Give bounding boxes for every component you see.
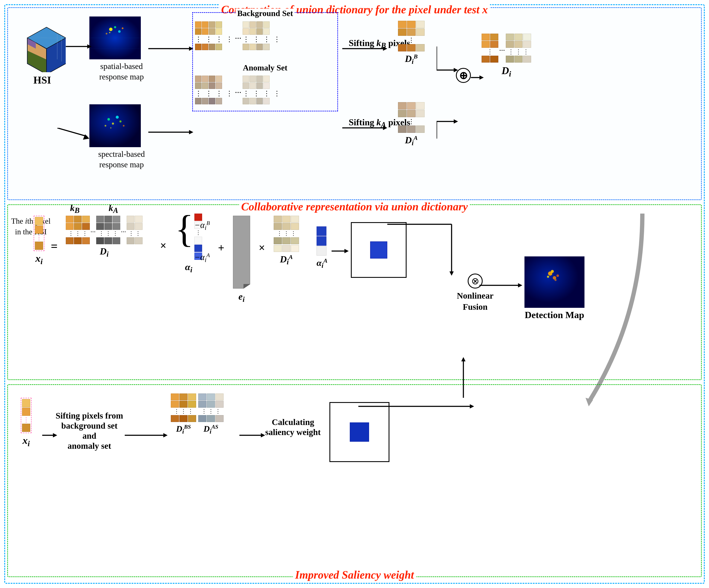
arrow-saliency-to-otimes [358,391,474,409]
svg-point-26 [116,116,119,119]
detection-blue-square [370,242,387,258]
svg-marker-59 [518,283,522,287]
ei-arrow-svg [233,216,250,288]
svg-point-67 [554,279,557,281]
di-bs-as-container: ⋮ ⋮ ⋮ DiBS [171,393,224,435]
svg-rect-61 [524,256,584,308]
saliency-box [330,402,389,462]
plus-icon: ⊕ [456,68,471,83]
ai-a-vector: αiA [317,226,327,270]
svg-marker-45 [454,68,458,72]
detection-map-image [524,256,584,308]
arrow-spectral-anomaly [148,128,193,136]
svg-marker-52 [244,284,250,288]
spectral-map-container: spectral-basedresponse map [89,104,154,170]
arrow-anomaly-sifting [342,123,387,132]
ei-vector: ei [233,216,250,304]
arrow-plus-di [471,74,484,81]
alpha-i-vector: { ⋮ −αiB −αiA [175,214,202,274]
di-final-container: ⋮ ... [481,34,531,78]
svg-point-29 [123,125,125,127]
svg-point-24 [107,118,110,120]
svg-marker-32 [87,44,91,49]
xi-vector-mid: ⋮ xi [34,216,44,266]
top-section: Construction of union dictionary for the… [7,7,702,200]
svg-marker-72 [53,433,57,438]
svg-point-16 [118,30,121,33]
plus-circle: ⊕ [456,68,471,83]
di-a-top-container: ⋮ DiA [398,102,425,147]
svg-marker-48 [454,119,458,123]
plus-sign-mid: + [218,242,225,254]
svg-marker-76 [261,433,265,438]
arrow-hsi-spatial [66,42,91,51]
arrow-hsi-spectral [57,128,91,141]
anomaly-set-matrices: ⋮ ⋮ ⋮ ⋮ ... [195,76,335,104]
svg-marker-42 [383,126,387,130]
svg-point-64 [551,270,554,273]
di-b-container: ⋮ DiB [398,21,425,65]
arrow-sq-to-fusion [385,222,454,276]
svg-marker-74 [163,433,167,438]
hsi-label: HSI [19,74,66,86]
arrow-spatial-bgset [148,44,193,53]
svg-point-15 [114,26,116,28]
svg-marker-36 [189,47,193,51]
arrow-dia-plus [437,119,458,141]
anomaly-set-title: Anomaly Set [195,63,335,73]
svg-point-14 [109,28,112,31]
di-a-mid-matrix: ⋮ ⋮ ⋮ DiA [274,216,299,266]
spectral-label: spectral-basedresponse map [89,149,154,170]
svg-point-18 [122,27,124,29]
svg-marker-50 [479,76,484,80]
arrow-dib-plus [437,44,458,79]
pixel-ith-label: The ith pixelin the HSI [11,216,51,237]
svg-point-28 [120,120,122,122]
svg-marker-78 [470,404,474,409]
svg-point-66 [547,276,549,278]
xi-bottom: ⋮ xi [21,398,31,448]
svg-point-27 [105,125,106,127]
detection-map-label: Detection Map [524,310,584,320]
svg-point-17 [106,33,107,34]
spatial-map-container: spatial-basedresponse map [89,17,154,82]
bottom-title: Improved Saliency weight [293,568,416,581]
saliency-weight-label: Calculatingsaliency weight [261,417,325,437]
hsi-cube-container: HSI [19,25,66,86]
equals-sign-mid: = [51,239,58,253]
nonlinear-fusion-container: ⊗ NonlinearFusion [452,274,499,312]
svg-marker-70 [461,357,466,361]
svg-point-30 [110,127,111,129]
background-set-matrices: ⋮ ⋮ ⋮ ⋮ ... [195,21,335,50]
spatial-label: spatial-basedresponse map [89,61,154,82]
middle-title: Collaborative representation via union d… [239,200,470,213]
arrow-sifting-to-matrix [125,432,167,439]
detection-map-container: Detection Map [524,256,584,320]
main-container: Construction of union dictionary for the… [4,4,705,584]
bottom-section: Improved Saliency weight ⋮ xi Sifting pi… [7,384,702,577]
sets-box: Background Set [192,12,338,111]
spectral-map-visual [89,104,141,147]
svg-point-65 [556,274,559,277]
saliency-blue-square [350,422,369,442]
arrow-fusion-to-map [479,282,522,288]
svg-point-25 [112,122,114,125]
times-sign-1: × [160,239,166,252]
saliency-result-box [330,402,389,462]
svg-rect-23 [89,104,141,147]
svg-marker-57 [449,272,454,276]
svg-marker-51 [233,216,250,288]
nonlinear-label: NonlinearFusion [452,290,499,312]
svg-line-33 [57,128,87,136]
arrow-to-square [332,248,349,254]
hsi-cube-svg [19,25,66,72]
svg-marker-40 [383,47,387,51]
svg-marker-38 [189,130,193,134]
arrow-bgset-sifting [342,44,387,53]
svg-marker-54 [344,249,349,253]
svg-point-19 [109,32,110,33]
times-sign-2: × [259,242,265,254]
middle-section: Collaborative representation via union d… [7,204,702,380]
background-set-title: Background Set [236,8,295,18]
arrow-xi-to-sifting [42,432,57,439]
